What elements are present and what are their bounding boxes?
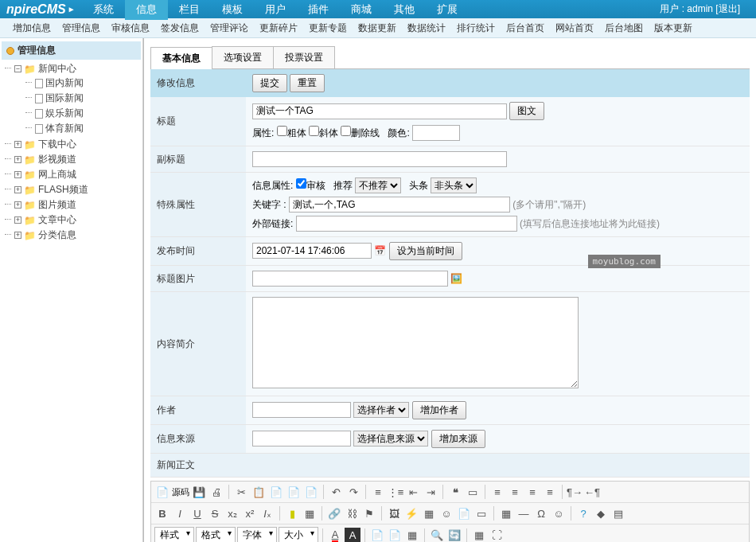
underline-icon[interactable]: U bbox=[189, 505, 205, 521]
emoji-icon[interactable]: ☺ bbox=[551, 505, 567, 521]
addsource-button[interactable]: 增加来源 bbox=[431, 430, 485, 448]
nav-shop[interactable]: 商城 bbox=[340, 0, 383, 20]
format-select[interactable]: 格式 bbox=[196, 527, 236, 542]
sub-dataup[interactable]: 数据更新 bbox=[358, 21, 396, 35]
italic-checkbox[interactable] bbox=[309, 126, 319, 136]
calendar-icon[interactable]: 📅 bbox=[374, 245, 386, 256]
tree-photo[interactable]: +📁图片频道 bbox=[14, 198, 141, 212]
smiley-icon[interactable]: ☺ bbox=[438, 505, 454, 521]
extlink-input[interactable] bbox=[296, 216, 517, 232]
bold-icon[interactable]: B bbox=[154, 505, 170, 521]
textcolor-icon[interactable]: A bbox=[327, 528, 343, 543]
quote-icon[interactable]: ❝ bbox=[447, 484, 463, 500]
title-input[interactable] bbox=[252, 103, 507, 119]
sub-adminhome[interactable]: 后台首页 bbox=[506, 21, 544, 35]
specialchar-icon[interactable]: Ω bbox=[533, 505, 549, 521]
submit-button[interactable]: 提交 bbox=[252, 74, 287, 92]
align-center-icon[interactable]: ≡ bbox=[507, 484, 523, 500]
ul-icon[interactable]: ⋮≡ bbox=[388, 484, 403, 500]
nav-system[interactable]: 系统 bbox=[82, 0, 125, 20]
iframe-icon[interactable]: ▭ bbox=[473, 505, 489, 521]
indent-icon[interactable]: ⇥ bbox=[423, 484, 438, 500]
removeformat-icon[interactable]: Iₓ bbox=[259, 505, 275, 521]
tree-intl[interactable]: 国际新闻 bbox=[35, 92, 141, 105]
source-input[interactable] bbox=[252, 431, 351, 446]
pubtime-input[interactable] bbox=[252, 243, 372, 259]
source-icon[interactable]: 📄 bbox=[154, 484, 170, 500]
sub-manage[interactable]: 管理信息 bbox=[62, 21, 100, 35]
cut-icon[interactable]: ✂ bbox=[233, 484, 249, 500]
tree-ent[interactable]: 娱乐新闻 bbox=[35, 107, 141, 120]
source-select[interactable]: 选择信息来源 bbox=[353, 431, 428, 446]
nav-user[interactable]: 用户 bbox=[254, 0, 297, 20]
pagebreak-icon[interactable]: 📄 bbox=[456, 505, 472, 521]
anchor-icon[interactable]: ⚑ bbox=[361, 505, 377, 521]
sub-topic[interactable]: 更新专题 bbox=[309, 21, 347, 35]
template-icon[interactable]: ▦ bbox=[302, 505, 318, 521]
tree-dom[interactable]: 国内新闻 bbox=[35, 76, 141, 90]
tab-basic[interactable]: 基本信息 bbox=[150, 47, 212, 69]
strike-icon[interactable]: S bbox=[207, 505, 223, 521]
recommend-select[interactable]: 不推荐 bbox=[355, 177, 401, 193]
upload-icon[interactable]: 🖼️ bbox=[450, 273, 462, 284]
sub-add[interactable]: 增加信息 bbox=[13, 21, 51, 35]
size-select[interactable]: 大小 bbox=[279, 527, 318, 542]
flash-icon[interactable]: ⚡ bbox=[403, 505, 419, 521]
tree-cat[interactable]: +📁分类信息 bbox=[14, 228, 141, 242]
tuwen-button[interactable]: 图文 bbox=[509, 102, 544, 120]
headline-select[interactable]: 非头条 bbox=[431, 177, 477, 193]
nav-plugin[interactable]: 插件 bbox=[297, 0, 340, 20]
sub-comment[interactable]: 管理评论 bbox=[210, 21, 248, 35]
audit-checkbox[interactable] bbox=[296, 178, 306, 189]
replace-icon[interactable]: 🔄 bbox=[446, 528, 462, 543]
addauthor-button[interactable]: 增加作者 bbox=[412, 401, 466, 419]
sub-frag[interactable]: 更新碎片 bbox=[259, 21, 298, 35]
tab-options[interactable]: 选项设置 bbox=[212, 46, 274, 68]
inserttable-icon[interactable]: ▦ bbox=[498, 505, 514, 521]
paste-text-icon[interactable]: 📄 bbox=[286, 484, 302, 500]
tree-news[interactable]: −📁新闻中心 bbox=[14, 62, 141, 76]
sub-audit[interactable]: 审核信息 bbox=[111, 21, 150, 35]
sub-sitehome[interactable]: 网站首页 bbox=[555, 21, 594, 35]
tree-down[interactable]: +📁下载中心 bbox=[14, 138, 141, 151]
align-right-icon[interactable]: ≡ bbox=[524, 484, 540, 500]
sub-map[interactable]: 后台地图 bbox=[605, 21, 643, 35]
tree-article[interactable]: +📁文章中心 bbox=[14, 213, 141, 227]
showblocks-icon[interactable]: ▦ bbox=[471, 528, 487, 543]
image-icon[interactable]: 🖼 bbox=[386, 505, 402, 521]
align-justify-icon[interactable]: ≡ bbox=[542, 484, 558, 500]
undo-icon[interactable]: ↶ bbox=[328, 484, 344, 500]
bold-checkbox[interactable] bbox=[277, 126, 287, 136]
ol-icon[interactable]: ≡ bbox=[370, 484, 386, 500]
find-icon[interactable]: 🔍 bbox=[429, 528, 445, 543]
link-icon[interactable]: 🔗 bbox=[326, 505, 342, 521]
sub-version[interactable]: 版本更新 bbox=[654, 21, 692, 35]
more-icon[interactable]: ▤ bbox=[610, 505, 626, 521]
maximize-icon[interactable]: ⛶ bbox=[489, 528, 505, 543]
nav-ext[interactable]: 扩展 bbox=[426, 0, 469, 20]
font-select[interactable]: 字体 bbox=[237, 527, 277, 542]
redo-icon[interactable]: ↷ bbox=[345, 484, 361, 500]
keyword-input[interactable] bbox=[289, 197, 510, 213]
div-icon[interactable]: ▭ bbox=[465, 484, 481, 500]
hr-icon[interactable]: — bbox=[516, 505, 532, 521]
sub-icon[interactable]: x₂ bbox=[224, 505, 240, 521]
summary-textarea[interactable] bbox=[252, 297, 579, 388]
nav-template[interactable]: 模板 bbox=[211, 0, 254, 20]
nav-other[interactable]: 其他 bbox=[383, 0, 426, 20]
align-left-icon[interactable]: ≡ bbox=[489, 484, 505, 500]
rtl-icon[interactable]: ←¶ bbox=[584, 484, 600, 500]
sup-icon[interactable]: x² bbox=[242, 505, 258, 521]
about-icon[interactable]: ◆ bbox=[593, 505, 609, 521]
sub-sign[interactable]: 签发信息 bbox=[161, 21, 199, 35]
style-select[interactable]: 样式 bbox=[154, 527, 194, 542]
italic-icon[interactable]: I bbox=[172, 505, 188, 521]
tree-flash[interactable]: +📁FLASH频道 bbox=[14, 183, 141, 197]
user-line[interactable]: 用户 : admin [退出] bbox=[660, 2, 756, 16]
ltr-icon[interactable]: ¶→ bbox=[567, 484, 583, 500]
setnow-button[interactable]: 设为当前时间 bbox=[389, 242, 462, 260]
reset-button[interactable]: 重置 bbox=[290, 74, 325, 92]
help-icon[interactable]: ? bbox=[575, 505, 591, 521]
titlepic-input[interactable] bbox=[252, 271, 448, 287]
nav-info[interactable]: 信息 bbox=[125, 0, 168, 20]
